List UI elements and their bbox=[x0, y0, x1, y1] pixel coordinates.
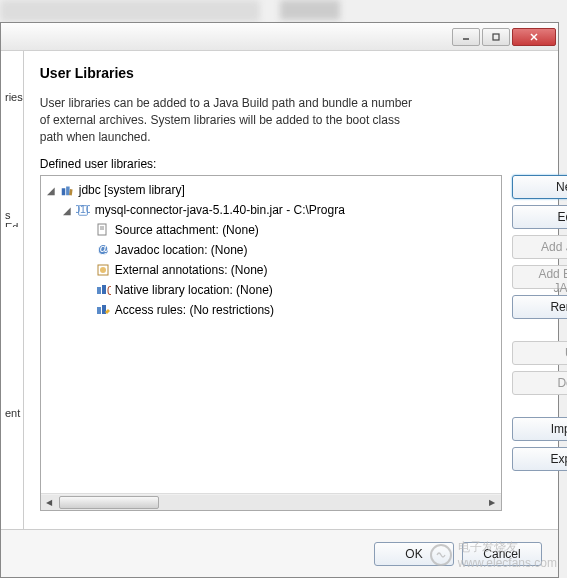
source-icon bbox=[95, 222, 111, 238]
native-icon: 0 bbox=[95, 282, 111, 298]
tree-attr-node[interactable]: @ Javadoc location: (None) bbox=[41, 240, 501, 260]
cancel-button[interactable]: Cancel bbox=[462, 542, 542, 566]
tree-attr-node[interactable]: Access rules: (No restrictions) bbox=[41, 300, 501, 320]
expand-icon[interactable]: ◢ bbox=[61, 204, 73, 216]
scroll-thumb[interactable] bbox=[59, 496, 159, 509]
blurred-title-2 bbox=[280, 0, 340, 20]
svg-rect-4 bbox=[61, 189, 65, 196]
dialog-window: ries s Ed ent ⇦▾ ⇨▾ ▼ User Libraries Use… bbox=[0, 22, 559, 578]
tree-library-node[interactable]: ◢ jdbc [system library] bbox=[41, 180, 501, 200]
tree-node-label: Native library location: (None) bbox=[115, 283, 273, 297]
libraries-tree[interactable]: ◢ jdbc [system library] ◢ 010 mysql-conn… bbox=[40, 175, 502, 511]
svg-text:0: 0 bbox=[107, 284, 111, 298]
scroll-left-icon[interactable]: ◀ bbox=[41, 495, 58, 510]
svg-rect-6 bbox=[69, 189, 72, 195]
add-jars-button[interactable]: Add JARs... bbox=[512, 235, 567, 259]
tree-attr-node[interactable]: 0 Native library location: (None) bbox=[41, 280, 501, 300]
tree-node-label: Javadoc location: (None) bbox=[115, 243, 248, 257]
access-icon bbox=[95, 302, 111, 318]
svg-text:010: 010 bbox=[76, 203, 90, 215]
tree-node-label: jdbc [system library] bbox=[79, 183, 185, 197]
expand-icon[interactable]: ◢ bbox=[45, 184, 57, 196]
main-panel: ⇦▾ ⇨▾ ▼ User Libraries User libraries ca… bbox=[24, 51, 567, 577]
bottom-bar: OK Cancel bbox=[1, 529, 558, 577]
down-button[interactable]: Down bbox=[512, 371, 567, 395]
maximize-button[interactable] bbox=[482, 28, 510, 46]
tree-node-label: External annotations: (None) bbox=[115, 263, 268, 277]
javadoc-icon: @ bbox=[95, 242, 111, 258]
titlebar bbox=[1, 23, 558, 51]
svg-rect-19 bbox=[97, 307, 101, 314]
up-button[interactable]: Up bbox=[512, 341, 567, 365]
tree-node-label: Access rules: (No restrictions) bbox=[115, 303, 274, 317]
svg-rect-1 bbox=[493, 34, 499, 40]
defined-libraries-label: Defined user libraries: bbox=[40, 157, 567, 171]
library-icon bbox=[59, 182, 75, 198]
close-button[interactable] bbox=[512, 28, 556, 46]
import-button[interactable]: Import... bbox=[512, 417, 567, 441]
scroll-right-icon[interactable]: ▶ bbox=[484, 495, 501, 510]
remove-button[interactable]: Remove bbox=[512, 295, 567, 319]
add-external-jars-button[interactable]: Add External JARs... bbox=[512, 265, 567, 289]
tree-node-label: mysql-connector-java-5.1.40-bin.jar - C:… bbox=[95, 203, 345, 217]
left-cut-label: s Ed bbox=[1, 209, 23, 227]
page-description: User libraries can be added to a Java Bu… bbox=[40, 95, 420, 145]
tree-attr-node[interactable]: External annotations: (None) bbox=[41, 260, 501, 280]
left-cut-label: ries bbox=[1, 91, 23, 109]
svg-rect-16 bbox=[97, 287, 101, 294]
minimize-button[interactable] bbox=[452, 28, 480, 46]
content-area: ries s Ed ent ⇦▾ ⇨▾ ▼ User Libraries Use… bbox=[1, 51, 558, 577]
new-button[interactable]: New... bbox=[512, 175, 567, 199]
page-title: User Libraries bbox=[40, 65, 567, 81]
svg-rect-20 bbox=[102, 305, 106, 314]
edit-button[interactable]: Edit... bbox=[512, 205, 567, 229]
button-column: New... Edit... Add JARs... Add External … bbox=[512, 175, 567, 511]
horizontal-scrollbar[interactable]: ◀ ▶ bbox=[41, 493, 501, 510]
left-cut-label: ent bbox=[1, 407, 23, 425]
tree-attr-node[interactable]: Source attachment: (None) bbox=[41, 220, 501, 240]
svg-rect-5 bbox=[66, 187, 70, 196]
left-tree-strip: ries s Ed ent bbox=[1, 51, 24, 577]
svg-text:@: @ bbox=[97, 242, 109, 256]
annotation-icon bbox=[95, 262, 111, 278]
svg-point-15 bbox=[100, 267, 106, 273]
tree-jar-node[interactable]: ◢ 010 mysql-connector-java-5.1.40-bin.ja… bbox=[41, 200, 501, 220]
svg-rect-17 bbox=[102, 285, 106, 294]
export-button[interactable]: Export... bbox=[512, 447, 567, 471]
jar-icon: 010 bbox=[75, 202, 91, 218]
ok-button[interactable]: OK bbox=[374, 542, 454, 566]
tree-node-label: Source attachment: (None) bbox=[115, 223, 259, 237]
blurred-title bbox=[0, 0, 260, 22]
